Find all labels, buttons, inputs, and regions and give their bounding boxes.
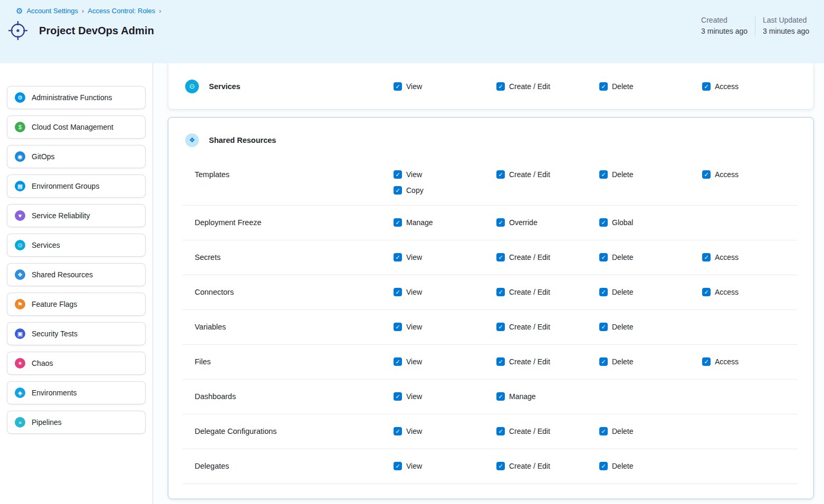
- checkbox-checked-icon[interactable]: ✓: [496, 392, 505, 401]
- sidebar-item-pipelines[interactable]: »Pipelines: [7, 411, 146, 434]
- checkbox-checked-icon[interactable]: ✓: [599, 218, 608, 227]
- checkbox-checked-icon[interactable]: ✓: [599, 462, 608, 470]
- checkbox-checked-icon[interactable]: ✓: [599, 323, 608, 331]
- shared-resources-icon: ❖: [15, 269, 25, 280]
- permission-view[interactable]: ✓View: [394, 288, 496, 296]
- permission-create-edit[interactable]: ✓Create / Edit: [496, 427, 599, 435]
- permission-delete[interactable]: ✓Delete: [599, 357, 702, 366]
- checkbox-checked-icon[interactable]: ✓: [394, 462, 402, 470]
- sidebar-item-gitops[interactable]: ◉GitOps: [7, 145, 146, 168]
- permission-access[interactable]: ✓Access: [702, 170, 798, 179]
- checkbox-checked-icon[interactable]: ✓: [702, 288, 711, 296]
- permission-copy[interactable]: ✓Copy: [394, 186, 496, 195]
- settings-gear-icon[interactable]: ⚙: [16, 7, 23, 15]
- sidebar-item-environments[interactable]: ◈Environments: [7, 381, 146, 404]
- permission-label: View: [406, 357, 422, 366]
- permission-create-edit[interactable]: ✓Create / Edit: [496, 170, 599, 179]
- checkbox-checked-icon[interactable]: ✓: [599, 288, 608, 296]
- pipelines-icon: »: [15, 417, 25, 428]
- permission-global[interactable]: ✓Global: [599, 218, 702, 227]
- checkbox-checked-icon[interactable]: ✓: [496, 253, 505, 261]
- checkbox-checked-icon[interactable]: ✓: [496, 82, 505, 91]
- checkbox-checked-icon[interactable]: ✓: [394, 392, 402, 401]
- permission-delete[interactable]: ✓Delete: [599, 288, 702, 296]
- permission-cell: ✓Create / Edit: [496, 82, 599, 91]
- permission-view[interactable]: ✓View: [394, 392, 496, 401]
- checkbox-checked-icon[interactable]: ✓: [394, 186, 402, 195]
- checkbox-checked-icon[interactable]: ✓: [394, 427, 402, 435]
- sidebar-item-feature-flags[interactable]: ⚑Feature Flags: [7, 293, 146, 316]
- checkbox-checked-icon[interactable]: ✓: [496, 323, 505, 331]
- permission-access[interactable]: ✓Access: [702, 82, 813, 91]
- permission-delete[interactable]: ✓Delete: [599, 82, 702, 91]
- checkbox-checked-icon[interactable]: ✓: [496, 170, 505, 179]
- services-icon: ⊙: [15, 240, 25, 250]
- checkbox-checked-icon[interactable]: ✓: [394, 323, 402, 331]
- sidebar-item-security-tests[interactable]: ▣Security Tests: [7, 322, 146, 345]
- checkbox-checked-icon[interactable]: ✓: [394, 218, 402, 227]
- permission-cell: ✓Delete: [599, 357, 702, 366]
- permission-create-edit[interactable]: ✓Create / Edit: [496, 82, 599, 91]
- permission-label: Manage: [406, 218, 433, 227]
- permission-view[interactable]: ✓View: [394, 462, 496, 470]
- permission-create-edit[interactable]: ✓Create / Edit: [496, 253, 599, 261]
- checkbox-checked-icon[interactable]: ✓: [496, 462, 505, 470]
- shared-resources-rows: Templates✓View✓Copy✓Create / Edit✓Delete…: [183, 160, 798, 484]
- sidebar-item-service-reliability[interactable]: ♥Service Reliability: [7, 204, 146, 227]
- permission-create-edit[interactable]: ✓Create / Edit: [496, 288, 599, 296]
- checkbox-checked-icon[interactable]: ✓: [599, 253, 608, 261]
- checkbox-checked-icon[interactable]: ✓: [394, 170, 402, 179]
- permission-access[interactable]: ✓Access: [702, 288, 798, 296]
- permission-cell: ✓Create / Edit: [496, 462, 599, 470]
- permission-label: Override: [509, 218, 538, 227]
- sidebar-item-shared-resources[interactable]: ❖Shared Resources: [7, 263, 146, 286]
- permission-create-edit[interactable]: ✓Create / Edit: [496, 462, 599, 470]
- checkbox-checked-icon[interactable]: ✓: [702, 253, 711, 261]
- meta-label: Created: [701, 16, 748, 24]
- checkbox-checked-icon[interactable]: ✓: [496, 357, 505, 366]
- permission-delete[interactable]: ✓Delete: [599, 427, 702, 435]
- permission-create-edit[interactable]: ✓Create / Edit: [496, 357, 599, 366]
- permission-cell: ✓Delete: [599, 462, 702, 470]
- permission-delete[interactable]: ✓Delete: [599, 462, 702, 470]
- checkbox-checked-icon[interactable]: ✓: [394, 288, 402, 296]
- permission-view[interactable]: ✓View: [394, 253, 496, 261]
- permission-delete[interactable]: ✓Delete: [599, 323, 702, 331]
- permission-view[interactable]: ✓View: [394, 170, 496, 179]
- sidebar-item-services[interactable]: ⊙Services: [7, 234, 146, 257]
- checkbox-checked-icon[interactable]: ✓: [599, 170, 608, 179]
- checkbox-checked-icon[interactable]: ✓: [702, 82, 711, 91]
- sidebar-item-environment-groups[interactable]: ▦Environment Groups: [7, 175, 146, 198]
- sidebar-item-administrative-functions[interactable]: ⚙Administrative Functions: [7, 86, 146, 109]
- breadcrumb-link-access-control-roles[interactable]: Access Control: Roles: [88, 7, 155, 15]
- permission-label: Create / Edit: [509, 462, 550, 470]
- permission-manage[interactable]: ✓Manage: [496, 392, 599, 401]
- checkbox-checked-icon[interactable]: ✓: [394, 253, 402, 261]
- permission-delete[interactable]: ✓Delete: [599, 253, 702, 261]
- checkbox-checked-icon[interactable]: ✓: [599, 427, 608, 435]
- permission-access[interactable]: ✓Access: [702, 357, 798, 366]
- sidebar-item-label: Cloud Cost Management: [32, 123, 113, 131]
- permission-delete[interactable]: ✓Delete: [599, 170, 702, 179]
- sidebar-item-chaos[interactable]: ✶Chaos: [7, 352, 146, 375]
- permission-create-edit[interactable]: ✓Create / Edit: [496, 323, 599, 331]
- checkbox-checked-icon[interactable]: ✓: [394, 357, 402, 366]
- breadcrumb-link-account-settings[interactable]: Account Settings: [26, 7, 78, 15]
- checkbox-checked-icon[interactable]: ✓: [496, 427, 505, 435]
- checkbox-checked-icon[interactable]: ✓: [599, 82, 608, 91]
- permission-access[interactable]: ✓Access: [702, 253, 798, 261]
- permission-override[interactable]: ✓Override: [496, 218, 599, 227]
- checkbox-checked-icon[interactable]: ✓: [702, 357, 711, 366]
- sidebar-item-cloud-cost-management[interactable]: $Cloud Cost Management: [7, 115, 146, 139]
- permission-view[interactable]: ✓View: [394, 323, 496, 331]
- permission-view[interactable]: ✓View: [394, 357, 496, 366]
- checkbox-checked-icon[interactable]: ✓: [496, 288, 505, 296]
- checkbox-checked-icon[interactable]: ✓: [702, 170, 711, 179]
- permission-view[interactable]: ✓View: [394, 427, 496, 435]
- checkbox-checked-icon[interactable]: ✓: [496, 218, 505, 227]
- checkbox-checked-icon[interactable]: ✓: [599, 357, 608, 366]
- permission-view[interactable]: ✓View: [394, 82, 496, 91]
- permission-manage[interactable]: ✓Manage: [394, 218, 496, 227]
- checkbox-checked-icon[interactable]: ✓: [394, 82, 402, 91]
- resource-label: Dashboards: [183, 392, 394, 401]
